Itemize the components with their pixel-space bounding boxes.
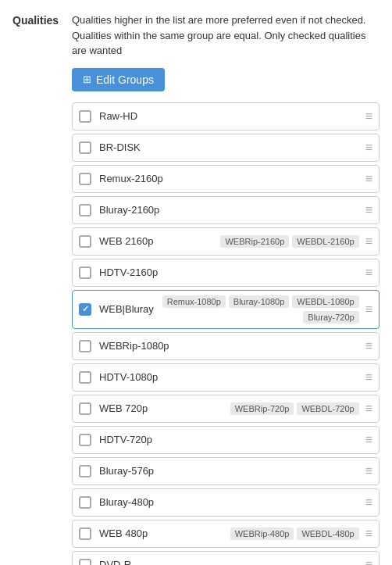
quality-item: Bluray-480p≡ xyxy=(72,488,380,517)
quality-name: Raw-HD xyxy=(99,110,365,122)
quality-name: HDTV-2160p xyxy=(99,266,365,278)
quality-name: Remux-2160p xyxy=(99,173,365,184)
quality-checkbox[interactable] xyxy=(79,110,91,123)
quality-item: Remux-2160p≡ xyxy=(72,165,380,193)
quality-name: WEB 480p xyxy=(99,527,230,539)
quality-tags: WEBRip-480pWEBDL-480p xyxy=(230,527,359,540)
quality-tag: Bluray-1080p xyxy=(229,295,289,308)
quality-name: WEB 720p xyxy=(99,402,230,414)
drag-handle-icon[interactable]: ≡ xyxy=(365,141,372,155)
quality-name: HDTV-720p xyxy=(99,434,365,445)
qualities-content: Qualities higher in the list are more pr… xyxy=(72,13,380,565)
quality-name: WEB|Bluray xyxy=(99,303,154,315)
drag-handle-icon[interactable]: ≡ xyxy=(365,172,372,186)
drag-handle-icon[interactable]: ≡ xyxy=(365,558,372,566)
drag-handle-icon[interactable]: ≡ xyxy=(365,402,372,416)
page-container: Qualities Qualities higher in the list a… xyxy=(0,0,392,565)
quality-name: Bluray-480p xyxy=(99,496,365,508)
qualities-label: Qualities xyxy=(12,13,59,565)
quality-item: Raw-HD≡ xyxy=(72,102,380,131)
quality-list: Raw-HD≡BR-DISK≡Remux-2160p≡Bluray-2160p≡… xyxy=(72,102,380,566)
quality-tag: WEBDL-480p xyxy=(297,527,358,540)
quality-checkbox[interactable] xyxy=(79,402,91,415)
quality-checkbox[interactable] xyxy=(79,371,91,384)
quality-item: Bluray-576p≡ xyxy=(72,457,380,485)
quality-item: HDTV-2160p≡ xyxy=(72,259,380,287)
quality-checkbox[interactable] xyxy=(79,141,91,154)
quality-item: WEB 480pWEBRip-480pWEBDL-480p≡ xyxy=(72,520,380,548)
quality-tag: WEBRip-480p xyxy=(230,527,294,540)
quality-item: HDTV-720p≡ xyxy=(72,426,380,454)
drag-handle-icon[interactable]: ≡ xyxy=(365,433,372,447)
quality-item: HDTV-1080p≡ xyxy=(72,363,380,392)
quality-name: BR-DISK xyxy=(99,141,365,153)
quality-checkbox[interactable] xyxy=(79,465,91,477)
quality-tag: WEBDL-2160p xyxy=(292,235,358,248)
quality-checkbox[interactable] xyxy=(79,340,91,352)
quality-name: Bluray-2160p xyxy=(99,204,365,216)
quality-item: WEB|BlurayRemux-1080pBluray-1080pWEBDL-1… xyxy=(72,290,380,329)
quality-item: DVD-R≡ xyxy=(72,551,380,566)
quality-checkbox[interactable] xyxy=(79,235,91,248)
quality-name: DVD-R xyxy=(99,559,365,565)
quality-name: HDTV-1080p xyxy=(99,371,365,383)
quality-name: WEBRip-1080p xyxy=(99,340,365,352)
quality-tag: WEBRip-2160p xyxy=(220,235,289,248)
quality-item: WEB 720pWEBRip-720pWEBDL-720p≡ xyxy=(72,395,380,423)
drag-handle-icon[interactable]: ≡ xyxy=(365,370,372,384)
drag-handle-icon[interactable]: ≡ xyxy=(365,203,372,217)
drag-handle-icon[interactable]: ≡ xyxy=(365,234,372,249)
quality-name: Bluray-576p xyxy=(99,465,365,477)
quality-tag: Bluray-720p xyxy=(303,311,358,324)
quality-tags: Remux-1080pBluray-1080pWEBDL-1080pBluray… xyxy=(154,295,359,324)
drag-handle-icon[interactable]: ≡ xyxy=(365,109,372,123)
quality-tag: WEBDL-1080p xyxy=(292,295,358,308)
drag-handle-icon[interactable]: ≡ xyxy=(365,339,372,353)
quality-tag: WEBRip-720p xyxy=(230,402,294,415)
quality-item: WEB 2160pWEBRip-2160pWEBDL-2160p≡ xyxy=(72,227,380,256)
quality-item: WEBRip-1080p≡ xyxy=(72,332,380,360)
quality-tags: WEBRip-720pWEBDL-720p xyxy=(230,402,359,415)
quality-checkbox[interactable] xyxy=(79,303,91,316)
edit-groups-label: Edit Groups xyxy=(96,73,154,86)
edit-groups-button[interactable]: ⊞ Edit Groups xyxy=(72,68,165,91)
drag-handle-icon[interactable]: ≡ xyxy=(365,495,372,510)
quality-name: WEB 2160p xyxy=(99,235,220,247)
drag-handle-icon[interactable]: ≡ xyxy=(365,302,372,316)
edit-groups-icon: ⊞ xyxy=(83,73,91,85)
quality-checkbox[interactable] xyxy=(79,559,91,566)
drag-handle-icon[interactable]: ≡ xyxy=(365,266,372,280)
quality-item: Bluray-2160p≡ xyxy=(72,196,380,224)
quality-checkbox[interactable] xyxy=(79,173,91,185)
quality-item: BR-DISK≡ xyxy=(72,134,380,162)
quality-tag: WEBDL-720p xyxy=(297,402,358,415)
qualities-description: Qualities higher in the list are more pr… xyxy=(72,13,380,59)
quality-checkbox[interactable] xyxy=(79,204,91,216)
quality-checkbox[interactable] xyxy=(79,527,91,540)
quality-tags: WEBRip-2160pWEBDL-2160p xyxy=(220,235,358,248)
qualities-section: Qualities Qualities higher in the list a… xyxy=(12,13,380,565)
quality-checkbox[interactable] xyxy=(79,434,91,446)
quality-checkbox[interactable] xyxy=(79,496,91,509)
quality-checkbox[interactable] xyxy=(79,266,91,279)
quality-tag: Remux-1080p xyxy=(162,295,226,308)
drag-handle-icon[interactable]: ≡ xyxy=(365,527,372,541)
drag-handle-icon[interactable]: ≡ xyxy=(365,464,372,478)
